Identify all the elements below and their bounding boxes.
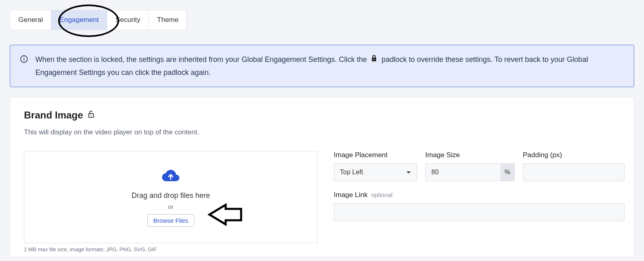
tabs-bar: General Engagement Security Theme <box>10 10 187 30</box>
info-icon <box>20 55 28 65</box>
section-title-text: Brand Image <box>24 110 83 121</box>
content-row: Drag and drop files here or Browse Files… <box>24 151 620 252</box>
drop-text: Drag and drop files here <box>131 191 210 200</box>
tab-theme[interactable]: Theme <box>149 10 187 30</box>
field-image-size: Image Size % <box>425 151 515 181</box>
padding-input[interactable] <box>523 163 624 181</box>
upload-icon <box>160 168 181 186</box>
link-optional: optional <box>371 191 393 198</box>
size-input[interactable] <box>425 163 500 181</box>
section-description: This will display on the video player on… <box>24 128 620 136</box>
field-image-link: Image Link optional <box>334 191 624 221</box>
link-label-row: Image Link optional <box>334 191 624 199</box>
field-padding: Padding (px) <box>523 151 624 181</box>
placement-label: Image Placement <box>334 151 417 159</box>
info-text-pre: When the section is locked, the settings… <box>35 55 369 64</box>
size-unit: % <box>500 163 515 181</box>
tab-engagement[interactable]: Engagement <box>51 10 107 30</box>
upload-column: Drag and drop files here or Browse Files… <box>24 151 318 252</box>
svg-point-4 <box>374 59 375 60</box>
placement-select[interactable]: Top Left <box>334 163 417 181</box>
lock-icon <box>370 54 378 66</box>
or-text: or <box>168 203 173 210</box>
field-image-placement: Image Placement Top Left <box>334 151 417 181</box>
chevron-down-icon <box>406 169 411 176</box>
section-title: Brand Image <box>24 110 620 121</box>
file-dropzone[interactable]: Drag and drop files here or Browse Files <box>24 151 318 243</box>
field-row-1: Image Placement Top Left Image Size % <box>334 151 624 181</box>
placement-value: Top Left <box>340 169 363 176</box>
tab-general[interactable]: General <box>10 10 51 30</box>
brand-image-panel: Brand Image This will display on the vid… <box>10 97 634 257</box>
tab-security[interactable]: Security <box>107 10 149 30</box>
browse-files-button[interactable]: Browse Files <box>147 214 194 227</box>
form-column: Image Placement Top Left Image Size % <box>334 151 624 221</box>
padding-label: Padding (px) <box>523 151 624 159</box>
size-label: Image Size <box>425 151 515 159</box>
link-input[interactable] <box>334 203 624 221</box>
svg-point-2 <box>24 57 24 58</box>
info-banner: When the section is locked, the settings… <box>10 45 634 87</box>
file-hint: 2 MB max file size, image formats: JPG, … <box>24 246 318 252</box>
unlock-icon[interactable] <box>87 110 95 121</box>
link-label: Image Link <box>334 191 368 199</box>
info-text: When the section is locked, the settings… <box>35 53 624 79</box>
size-input-group: % <box>425 163 515 181</box>
svg-point-6 <box>91 115 91 116</box>
